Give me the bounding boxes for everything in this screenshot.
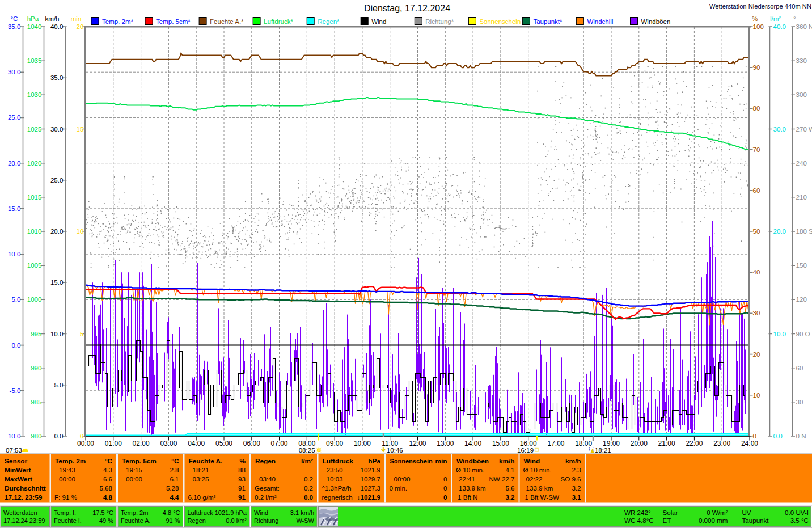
svg-text:01:00: 01:00 — [105, 440, 122, 447]
svg-text:03:40: 03:40 — [259, 475, 276, 483]
svg-text:30: 30 — [753, 309, 760, 316]
svg-text:hPa: hPa — [27, 15, 39, 22]
svg-text:210: 210 — [796, 193, 807, 201]
svg-text:330: 330 — [796, 57, 807, 64]
svg-text:4.8 °C: 4.8 °C — [163, 509, 180, 516]
svg-text:%: % — [240, 457, 246, 465]
svg-text:12:00: 12:00 — [409, 440, 426, 447]
svg-text:0 W/m²: 0 W/m² — [707, 509, 728, 516]
svg-text:NW 22.7: NW 22.7 — [489, 475, 514, 483]
svg-text:133.9 km: 133.9 km — [459, 484, 486, 492]
svg-text:90 O: 90 O — [796, 330, 810, 337]
svg-text:Gesamt:: Gesamt: — [255, 484, 280, 492]
svg-text:0.2 l/m²: 0.2 l/m² — [255, 493, 277, 501]
svg-text:25.0: 25.0 — [50, 176, 64, 184]
svg-text:60: 60 — [753, 187, 760, 194]
svg-text:ET: ET — [663, 517, 671, 524]
svg-text:18:00: 18:00 — [575, 440, 592, 447]
svg-text:13:00: 13:00 — [437, 440, 454, 447]
svg-text:0.0 UV-I: 0.0 UV-I — [785, 509, 809, 516]
svg-text:0.0: 0.0 — [304, 493, 313, 501]
svg-text:30.0: 30.0 — [8, 68, 21, 75]
svg-text:100: 100 — [753, 23, 764, 30]
svg-text:Regen: Regen — [255, 457, 276, 465]
svg-text:°C: °C — [171, 457, 179, 465]
svg-text:Feuchte A.*: Feuchte A.* — [210, 18, 244, 25]
svg-text:25.0: 25.0 — [8, 113, 21, 121]
svg-text:WC 4.8°C: WC 4.8°C — [624, 517, 654, 524]
svg-text:240: 240 — [796, 159, 807, 167]
svg-text:hPa: hPa — [368, 457, 380, 465]
svg-text:Dienstag, 17.12.2024: Dienstag, 17.12.2024 — [364, 3, 450, 13]
svg-text:20: 20 — [77, 23, 84, 30]
svg-text:70: 70 — [753, 146, 760, 153]
svg-text:23:00: 23:00 — [713, 440, 730, 447]
svg-text:2.3: 2.3 — [572, 466, 581, 474]
svg-text:50: 50 — [753, 227, 760, 235]
svg-text:0: 0 — [443, 475, 447, 483]
svg-text:1035: 1035 — [27, 57, 42, 64]
svg-text:4.1: 4.1 — [505, 466, 514, 474]
svg-text:Sonnenschein: Sonnenschein — [479, 18, 521, 25]
svg-text:5.68: 5.68 — [99, 484, 112, 492]
svg-text:1015: 1015 — [27, 193, 42, 201]
svg-text:1040: 1040 — [27, 23, 42, 30]
svg-text:91 %: 91 % — [166, 517, 180, 524]
svg-text:30.0: 30.0 — [773, 125, 786, 133]
svg-text:1029.7: 1029.7 — [361, 475, 380, 483]
svg-text:06:00: 06:00 — [243, 440, 260, 447]
svg-text:1021.9 hPa: 1021.9 hPa — [215, 509, 247, 516]
svg-text:10.0: 10.0 — [50, 330, 64, 337]
svg-text:5.28: 5.28 — [166, 484, 179, 492]
svg-text:19:15: 19:15 — [126, 466, 142, 474]
svg-text:Sonnenschein: Sonnenschein — [390, 458, 433, 464]
svg-text:Luftdruck*: Luftdruck* — [264, 18, 293, 25]
svg-text:Feuchte A.: Feuchte A. — [121, 517, 151, 524]
svg-text:15.0: 15.0 — [50, 278, 64, 286]
svg-text:°C: °C — [10, 15, 18, 22]
svg-text:Wetterstation Niedersorpe 440m: Wetterstation Niedersorpe 440m NN — [709, 3, 811, 10]
svg-text:-10.0: -10.0 — [6, 432, 20, 440]
svg-text:Taupunkt: Taupunkt — [742, 517, 769, 524]
svg-text:^1.3hPa/h: ^1.3hPa/h — [322, 484, 352, 492]
svg-text:35.0: 35.0 — [50, 74, 64, 81]
svg-text:21:00: 21:00 — [658, 440, 675, 447]
svg-text:Temp. 2m: Temp. 2m — [55, 457, 86, 465]
svg-text:17.5 °C: 17.5 °C — [92, 509, 113, 516]
svg-text:MaxWert: MaxWert — [5, 475, 32, 483]
svg-text:Temp. I.: Temp. I. — [54, 509, 76, 516]
svg-text:1025: 1025 — [27, 125, 42, 133]
svg-text:17.12. 23:59: 17.12. 23:59 — [5, 493, 43, 501]
svg-text:Regen*: Regen* — [318, 18, 340, 25]
svg-text:-5.0: -5.0 — [10, 387, 21, 394]
svg-text:20.0: 20.0 — [50, 227, 64, 235]
svg-text:0: 0 — [443, 484, 447, 492]
svg-text:00:00: 00:00 — [394, 475, 411, 483]
svg-text:Wind: Wind — [371, 18, 386, 25]
svg-text:10: 10 — [77, 227, 84, 235]
svg-text:20.0: 20.0 — [773, 227, 786, 235]
svg-text:0 N: 0 N — [796, 432, 806, 440]
svg-text:l/m²: l/m² — [301, 457, 313, 465]
svg-text:1020: 1020 — [27, 159, 42, 167]
svg-text:Luftdruck: Luftdruck — [323, 457, 354, 465]
svg-text:°: ° — [793, 15, 796, 22]
svg-text:5: 5 — [80, 330, 83, 337]
svg-text:Solar: Solar — [663, 509, 678, 516]
svg-text:Richtung: Richtung — [254, 517, 278, 524]
svg-text:49 %: 49 % — [99, 517, 113, 524]
svg-text:Ø 10 min.: Ø 10 min. — [523, 466, 552, 474]
svg-text:985: 985 — [31, 398, 41, 405]
svg-text:995: 995 — [31, 330, 41, 337]
svg-text:10:46: 10:46 — [387, 446, 403, 454]
svg-text:15:00: 15:00 — [492, 440, 509, 447]
svg-text:0: 0 — [80, 432, 83, 440]
svg-text:20.0: 20.0 — [8, 159, 21, 167]
svg-text:Temp. 5cm: Temp. 5cm — [122, 457, 157, 465]
svg-text:3.2: 3.2 — [572, 484, 581, 492]
svg-text:91: 91 — [238, 493, 246, 501]
svg-text:02:00: 02:00 — [133, 440, 150, 447]
svg-text:03:25: 03:25 — [193, 475, 209, 483]
svg-text:Sensor: Sensor — [5, 457, 27, 465]
svg-text:10: 10 — [753, 391, 760, 399]
